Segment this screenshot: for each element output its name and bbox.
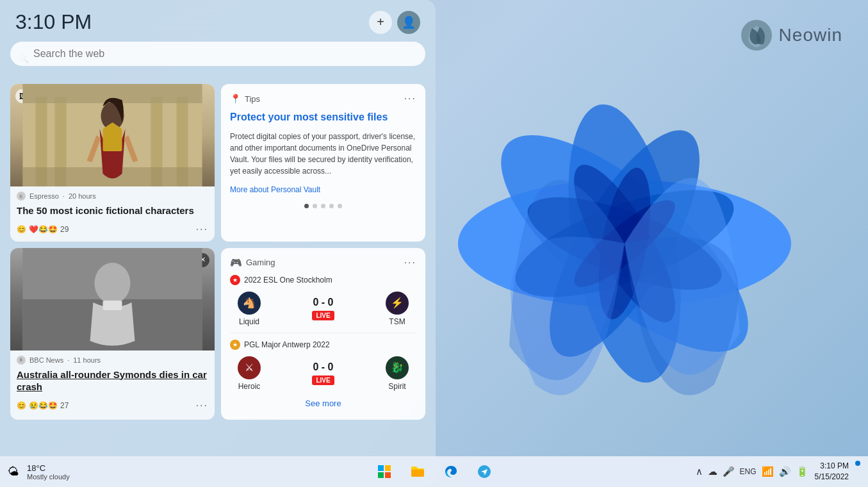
svg-rect-23 bbox=[378, 465, 384, 471]
source-dot-2: B bbox=[17, 356, 26, 365]
add-widget-button[interactable]: + bbox=[369, 11, 392, 34]
live-badge-2: LIVE bbox=[312, 376, 334, 385]
panel-header: 3:10 PM + 👤 bbox=[10, 10, 425, 34]
taskbar-right: ∧ ☁ 🎤 ENG 📶 🔊 🔋 3:10 PM 5/15/2022 bbox=[696, 461, 860, 483]
news-card-2[interactable]: ✕ B BBC News · bbox=[10, 248, 215, 420]
card-2-reactions: 😊 😢😂🤩 27 bbox=[17, 401, 69, 410]
weather-info: 18°C Mostly cloudy bbox=[27, 463, 70, 481]
svg-rect-22 bbox=[103, 301, 122, 310]
tips-card: 📍 Tips ··· Protect your most sensitive f… bbox=[221, 84, 425, 242]
gaming-more-button[interactable]: ··· bbox=[404, 257, 416, 268]
tsm-logo: ⚡ bbox=[386, 292, 409, 315]
telegram-button[interactable] bbox=[473, 460, 496, 483]
search-container: 🔍 bbox=[10, 42, 425, 75]
sys-tray: ∧ ☁ 🎤 ENG 📶 🔊 🔋 bbox=[696, 466, 808, 477]
tips-label: 📍 Tips bbox=[230, 94, 260, 104]
card-1-more-button[interactable]: ··· bbox=[196, 224, 208, 235]
live-badge-1: LIVE bbox=[312, 311, 334, 320]
svg-rect-24 bbox=[385, 465, 391, 471]
weather-temp: 18°C bbox=[27, 463, 45, 473]
card-2-source: B BBC News · 11 hours bbox=[10, 351, 215, 367]
team-spirit: 🐉 Spirit bbox=[378, 356, 416, 391]
dot-1 bbox=[304, 204, 309, 208]
tray-battery[interactable]: 🔋 bbox=[796, 466, 808, 477]
liquid-logo: 🐴 bbox=[238, 292, 261, 315]
svg-rect-26 bbox=[385, 472, 391, 478]
card-2-footer: 😊 😢😂🤩 27 ··· bbox=[10, 397, 215, 418]
source-dot-1: E bbox=[17, 192, 26, 201]
explorer-button[interactable] bbox=[406, 460, 429, 483]
tips-header: 📍 Tips ··· bbox=[230, 93, 416, 104]
team-heroic: ⚔ Heroic bbox=[230, 356, 268, 391]
start-button[interactable] bbox=[373, 460, 396, 483]
tips-link[interactable]: More about Personal Vault bbox=[230, 185, 320, 194]
tournament-2-name: ★ PGL Major Antwerp 2022 bbox=[230, 340, 416, 350]
svg-point-21 bbox=[95, 263, 131, 304]
esl-icon: ★ bbox=[230, 275, 240, 285]
card-1-source: E Espresso · 20 hours bbox=[10, 186, 215, 203]
match-2-row: ⚔ Heroic 0 - 0 LIVE 🐉 Spirit bbox=[230, 356, 416, 391]
taskbar: 🌤 18°C Mostly cloudy bbox=[0, 456, 868, 487]
tray-cloud[interactable]: ☁ bbox=[708, 466, 717, 477]
wallpaper-swirl bbox=[407, 13, 842, 468]
edge-button[interactable] bbox=[439, 460, 463, 483]
reaction-emojis-1: ❤️😂🤩 bbox=[29, 225, 58, 234]
pgl-icon: ★ bbox=[230, 340, 240, 350]
widgets-panel: 3:10 PM + 👤 🔍 🖼 bbox=[0, 0, 436, 481]
gaming-card: 🎮 Gaming ··· ★ 2022 ESL One Stockholm 🐴 … bbox=[221, 248, 425, 420]
match-1-center: 0 - 0 LIVE bbox=[312, 297, 334, 320]
tips-more-button[interactable]: ··· bbox=[404, 93, 416, 104]
crash-card-image: ✕ bbox=[10, 248, 215, 351]
tray-mic[interactable]: 🎤 bbox=[723, 466, 735, 477]
svg-rect-18 bbox=[103, 129, 122, 151]
taskbar-left: 🌤 18°C Mostly cloudy bbox=[8, 463, 70, 481]
tips-title: Protect your most sensitive files bbox=[230, 111, 416, 124]
reaction-emojis-2: 😢😂🤩 bbox=[29, 401, 58, 410]
match-1-row: 🐴 Liquid 0 - 0 LIVE ⚡ TSM bbox=[230, 292, 416, 326]
taskbar-date: 5/15/2022 bbox=[815, 472, 849, 483]
tray-lang[interactable]: ENG bbox=[740, 467, 757, 476]
taskbar-center bbox=[373, 460, 496, 483]
datetime-display[interactable]: 3:10 PM 5/15/2022 bbox=[815, 461, 849, 483]
user-avatar-button[interactable]: 👤 bbox=[397, 11, 420, 34]
gaming-header: 🎮 Gaming ··· bbox=[230, 257, 416, 268]
card-2-title: Australia all-rounder Symonds dies in ca… bbox=[10, 367, 215, 397]
card-1-reactions: 😊 ❤️😂🤩 29 bbox=[17, 225, 69, 234]
neowin-icon bbox=[741, 19, 773, 51]
cards-grid: 🖼 bbox=[10, 84, 425, 420]
neowin-logo: Neowin bbox=[741, 19, 842, 51]
tournament-1-name: ★ 2022 ESL One Stockholm bbox=[230, 275, 416, 285]
dot-5 bbox=[338, 204, 342, 208]
reaction-icon-2: 😊 bbox=[17, 401, 26, 410]
tray-chevron[interactable]: ∧ bbox=[696, 466, 703, 477]
neowin-name: Neowin bbox=[779, 25, 842, 45]
team-tsm: ⚡ TSM bbox=[378, 292, 416, 326]
news-card-1[interactable]: 🖼 bbox=[10, 84, 215, 242]
card-2-more-button[interactable]: ··· bbox=[196, 400, 208, 411]
weather-desc: Mostly cloudy bbox=[27, 473, 70, 481]
dot-4 bbox=[329, 204, 334, 208]
tips-icon: 📍 bbox=[230, 94, 241, 104]
svg-rect-25 bbox=[378, 472, 384, 478]
news-card-1-image: 🖼 bbox=[10, 84, 215, 186]
heroic-logo: ⚔ bbox=[238, 356, 261, 379]
time-display: 3:10 PM bbox=[15, 10, 92, 34]
reaction-count-1: 29 bbox=[60, 225, 69, 234]
see-more-button[interactable]: See more bbox=[230, 396, 416, 411]
gaming-icon: 🎮 bbox=[230, 257, 242, 268]
reaction-count-2: 27 bbox=[60, 401, 69, 410]
search-input[interactable] bbox=[10, 42, 425, 66]
weather-icon: 🌤 bbox=[8, 465, 19, 479]
wonder-woman-bg: 🖼 bbox=[10, 84, 215, 186]
notification-badge[interactable] bbox=[855, 461, 860, 466]
desktop: Neowin 3:10 PM + 👤 🔍 🖼 bbox=[0, 0, 868, 487]
card-1-title: The 50 most iconic fictional characters bbox=[10, 203, 215, 221]
tray-wifi[interactable]: 📶 bbox=[762, 466, 774, 477]
card-1-footer: 😊 ❤️😂🤩 29 ··· bbox=[10, 221, 215, 242]
tips-dots bbox=[230, 204, 416, 208]
header-actions: + 👤 bbox=[369, 11, 420, 34]
team-liquid: 🐴 Liquid bbox=[230, 292, 268, 326]
gaming-label: 🎮 Gaming bbox=[230, 257, 275, 268]
tray-volume[interactable]: 🔊 bbox=[779, 466, 791, 477]
taskbar-time: 3:10 PM bbox=[820, 461, 849, 472]
